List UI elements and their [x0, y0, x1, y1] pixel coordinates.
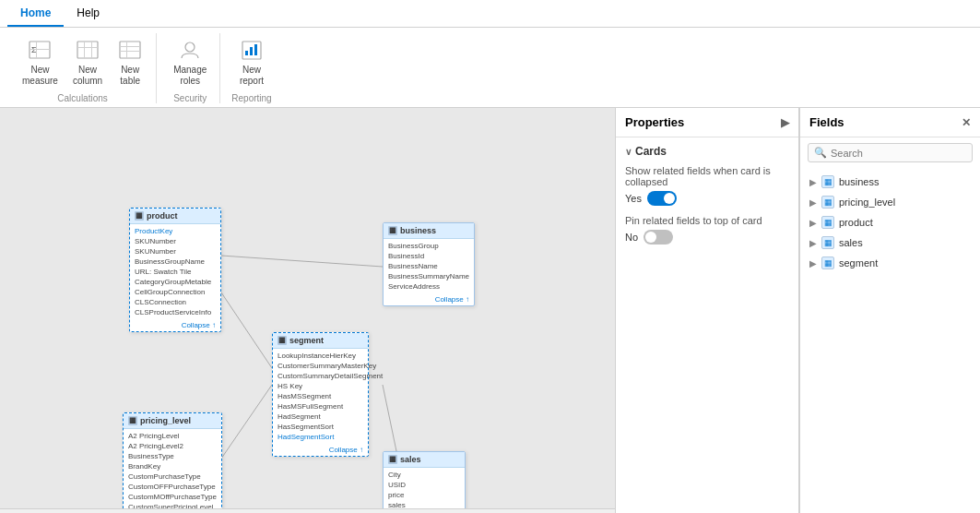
business-row-3: BusinessSummaryName [388, 271, 469, 281]
pin-related-fields-value: No [625, 230, 789, 245]
field-item-pricing-level[interactable]: ▶ ▦ pricing_level [800, 192, 980, 212]
new-column-icon [75, 37, 100, 63]
pricing-level-node-body: A2 PricingLevel A2 PricingLevel2 Busines… [124, 429, 221, 513]
segment-node-body: LookupInstanceHierKey CustomerSummaryMas… [273, 349, 368, 444]
new-column-label: Newcolumn [73, 65, 102, 87]
show-related-fields-text: Yes [625, 193, 642, 204]
nav-tab-home[interactable]: Home [7, 1, 64, 27]
svg-rect-15 [250, 47, 253, 55]
product-field-label: product [839, 217, 873, 228]
field-item-segment[interactable]: ▶ ▦ segment [800, 253, 980, 273]
fields-panel-header: Fields ✕ [800, 108, 980, 137]
pricing-level-row-1: A2 PricingLevel2 [128, 441, 217, 451]
svg-point-12 [185, 42, 195, 52]
manage-roles-icon [177, 37, 203, 63]
segment-row-6: HadSegment [277, 412, 363, 422]
product-row-7: CLSConnection [135, 297, 216, 307]
manage-roles-button[interactable]: Manageroles [168, 33, 212, 90]
ribbon: Σ Newmeasure Newcolumn Newtable Calculat… [0, 28, 980, 108]
svg-rect-4 [77, 42, 98, 58]
show-related-fields-toggle[interactable] [647, 191, 677, 206]
manage-roles-label: Manageroles [173, 65, 207, 87]
new-table-button[interactable]: Newtable [112, 33, 148, 90]
new-report-button[interactable]: Newreport [233, 33, 270, 90]
new-report-label: Newreport [240, 65, 264, 87]
svg-rect-10 [120, 51, 140, 52]
new-measure-button[interactable]: Σ Newmeasure [17, 33, 64, 90]
segment-collapse[interactable]: Collapse ↑ [273, 444, 368, 456]
product-row-8: CLSProductServiceInfo [135, 307, 216, 317]
field-item-business[interactable]: ▶ ▦ business [800, 172, 980, 192]
svg-rect-14 [245, 51, 248, 55]
business-node: ▦ business BusinessGroup BusinessId Busi… [383, 222, 475, 306]
product-node-body: ProductKey SKUNumber SKUNumber BusinessG… [130, 224, 220, 319]
properties-panel-header: Properties ▶ [616, 108, 798, 137]
show-related-fields-value: Yes [625, 191, 789, 206]
fields-panel-title: Fields [809, 115, 844, 129]
business-node-icon: ▦ [388, 226, 397, 235]
new-measure-label: Newmeasure [22, 65, 58, 87]
cards-label: Cards [635, 145, 667, 158]
top-nav: Home Help [0, 0, 980, 28]
business-field-label: business [839, 176, 879, 187]
search-icon: 🔍 [814, 147, 827, 159]
pricing-level-node-header: ▦ pricing_level [124, 413, 221, 429]
sales-node-icon: ▦ [388, 455, 397, 464]
security-group-label: Security [173, 93, 207, 103]
sales-node: ▦ sales City USID price sales time Colla… [383, 451, 466, 513]
business-collapse[interactable]: Collapse ↑ [384, 293, 474, 305]
pricing-level-field-label: pricing_level [839, 197, 895, 208]
pricing-level-node: ▦ pricing_level A2 PricingLevel A2 Prici… [123, 412, 222, 513]
business-row-1: BusinessId [388, 251, 469, 261]
svg-line-19 [383, 385, 396, 451]
segment-node-icon: ▦ [277, 336, 287, 345]
segment-row-2: CustomSummaryDetailSegment [277, 371, 363, 381]
show-related-fields-prop: Show related fields when card is collaps… [625, 165, 789, 206]
pin-related-fields-toggle[interactable] [643, 230, 673, 245]
fields-search-box[interactable]: 🔍 [808, 143, 973, 162]
nav-tab-help[interactable]: Help [64, 1, 112, 27]
new-table-label: Newtable [120, 65, 140, 87]
business-node-body: BusinessGroup BusinessId BusinessName Bu… [384, 239, 474, 293]
pin-related-fields-knob [645, 232, 656, 243]
main-layout: ▦ product ProductKey SKUNumber SKUNumber… [0, 108, 980, 513]
ribbon-group-calculations: Σ Newmeasure Newcolumn Newtable Calculat… [9, 33, 157, 103]
product-node: ▦ product ProductKey SKUNumber SKUNumber… [129, 208, 221, 332]
field-item-sales[interactable]: ▶ ▦ sales [800, 233, 980, 253]
properties-panel-title: Properties [625, 115, 684, 129]
properties-panel: Properties ▶ ∨ Cards Show related fields… [615, 108, 799, 513]
properties-cards-section: ∨ Cards Show related fields when card is… [616, 137, 798, 261]
segment-node: ▦ segment LookupInstanceHierKey Customer… [272, 332, 369, 457]
properties-panel-expand[interactable]: ▶ [781, 116, 789, 129]
pricing-level-row-0: A2 PricingLevel [128, 431, 217, 441]
segment-row-8: HadSegmentSort [277, 432, 363, 442]
cards-section-title: ∨ Cards [625, 145, 789, 158]
pin-related-fields-prop: Pin related fields to top of card No [625, 215, 789, 245]
segment-expand-icon: ▶ [809, 258, 817, 268]
product-expand-icon: ▶ [809, 218, 817, 228]
sales-row-0: City [388, 470, 460, 480]
bottom-bar: ‹ › All tables + [0, 508, 615, 513]
business-table-icon: ▦ [821, 175, 834, 188]
sales-row-1: USID [388, 480, 460, 490]
field-item-product[interactable]: ▶ ▦ product [800, 212, 980, 233]
product-node-header: ▦ product [130, 209, 220, 224]
segment-node-title: segment [289, 336, 324, 345]
business-row-0: BusinessGroup [388, 241, 469, 251]
pricing-level-row-4: CustomPurchaseType [128, 471, 217, 482]
product-row-3: BusinessGroupName [135, 256, 216, 267]
segment-row-4: HasMSSegment [277, 391, 363, 401]
fields-panel-collapse[interactable]: ✕ [962, 116, 971, 129]
show-related-fields-label: Show related fields when card is collaps… [625, 165, 789, 187]
business-row-4: ServiceAddress [388, 281, 469, 292]
business-expand-icon: ▶ [809, 177, 817, 187]
canvas-area[interactable]: ▦ product ProductKey SKUNumber SKUNumber… [0, 108, 615, 513]
new-column-button[interactable]: Newcolumn [67, 33, 108, 90]
pricing-level-row-3: BrandKey [128, 461, 217, 471]
segment-field-label: segment [839, 257, 878, 268]
product-row-6: CellGroupConnection [135, 287, 216, 297]
fields-search-input[interactable] [831, 148, 966, 159]
product-collapse[interactable]: Collapse ↑ [130, 319, 220, 331]
new-report-icon [239, 37, 265, 63]
product-node-icon: ▦ [135, 211, 144, 221]
